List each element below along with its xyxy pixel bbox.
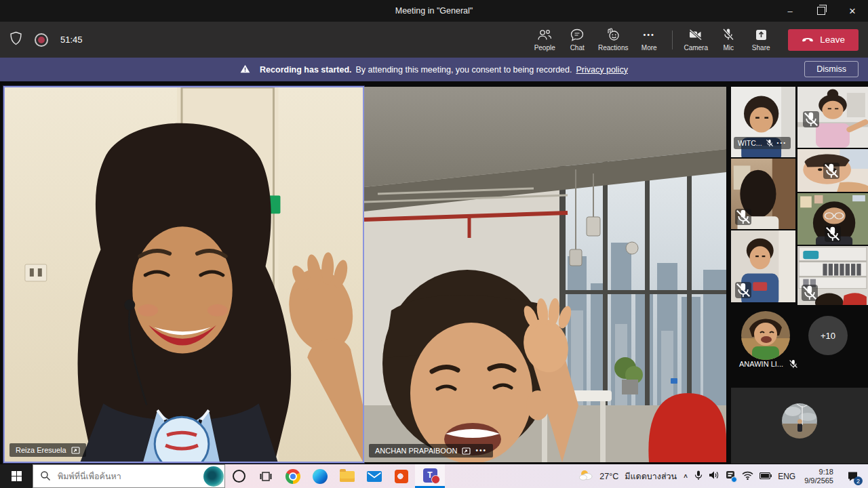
system-tray: 27°C มีแดดบางส่วน ∧ ENG 9:18 9/9/2565 2 [578,464,868,488]
overflow-count: +10 [821,331,835,341]
people-button[interactable]: People [528,23,561,57]
participant-thumbnail-2[interactable] [797,87,868,148]
teams-taskbar-button[interactable]: T [415,464,445,488]
video-tile-reiza[interactable]: Reiza Eresuela [3,86,364,463]
tile-more-icon[interactable]: ••• [475,448,487,453]
mic-off-chip [803,111,819,127]
camera-button[interactable]: Camera [679,23,712,57]
self-avatar [782,403,817,439]
teams-notification-badge [431,475,440,484]
participant-name: ANCHAN PRAPAIBOON [375,447,457,455]
mic-off-chip [735,209,751,225]
tray-temperature[interactable]: 27°C [599,472,618,481]
taskbar-search[interactable] [33,464,225,488]
chrome-taskbar-button[interactable] [279,464,307,488]
search-input[interactable] [56,471,195,482]
meeting-timer: 51:45 [60,35,83,45]
cortana-button[interactable] [225,464,252,488]
people-label: People [534,44,555,52]
meeting-stage: Reiza Eresuela [0,81,868,464]
mic-off-chip [735,282,751,298]
tray-mic-icon[interactable] [694,470,703,483]
mic-off-icon [735,209,751,225]
chrome-icon [285,469,300,484]
leave-button[interactable]: Leave [788,29,859,51]
hangup-icon [802,35,814,45]
video-tile-anchan[interactable]: ANCHAN PRAPAIBOON ••• [364,87,726,462]
participant-thumbnail-4[interactable] [797,149,868,192]
participant-avatar-anawin[interactable] [741,311,790,360]
tray-wifi-icon[interactable] [742,471,753,482]
participant-name: Reiza Eresuela [16,446,66,454]
mic-off-chip [823,163,840,179]
shield-icon [9,31,22,48]
reactions-button[interactable]: Reactions [593,23,633,57]
start-button[interactable] [0,464,33,488]
window-controls: – ✕ [774,0,868,22]
more-icon: ••• [643,32,655,37]
pinned-video-icon [71,447,80,454]
participant-thumbnail-6[interactable] [731,230,795,302]
thumbnail-name-chip: WITC... ••• [734,137,791,149]
video-feed-anchan [364,87,726,462]
chat-button[interactable]: Chat [561,23,593,57]
people-icon [537,28,552,41]
participant-thumbnail-witc[interactable]: WITC... ••• [731,87,795,157]
avatar-image [741,311,790,360]
tray-clock[interactable]: 9:18 9/9/2565 [802,468,836,485]
task-view-button[interactable] [252,464,279,488]
pinned-video-icon [462,447,471,455]
task-view-icon [260,471,272,482]
avatar-participant-label: ANAWIN LI... [739,359,798,369]
toolbar-divider [672,30,673,49]
thumbnail-more-icon[interactable]: ••• [777,140,787,146]
tray-time: 9:18 [819,468,833,476]
tray-language-indicator[interactable]: ENG [778,472,795,481]
mic-off-icon [823,163,840,179]
tray-chevron-icon[interactable]: ∧ [683,472,688,479]
participant-thumbnail-3[interactable] [731,159,795,229]
minimize-icon: – [787,6,792,16]
chat-label: Chat [570,44,585,52]
share-button[interactable]: Share [745,23,777,57]
close-button[interactable]: ✕ [837,0,868,22]
avatar-image [782,403,817,439]
banner-title: Recording has started. [260,65,351,75]
tray-weather-text[interactable]: มีแดดบางส่วน [625,470,677,483]
weather-icon[interactable] [578,469,593,483]
search-highlight-icon[interactable] [203,466,224,487]
tray-teams-icon[interactable] [726,470,736,482]
privacy-policy-link[interactable]: Privacy policy [576,65,627,75]
title-bar: Meeting in "General" – ✕ [0,0,868,22]
participant-name: ANAWIN LI... [739,360,783,368]
mic-label: Mic [723,44,734,52]
participant-name-chip: ANCHAN PRAPAIBOON ••• [369,444,493,458]
dismiss-button[interactable]: Dismiss [804,61,859,77]
office-button[interactable] [388,464,415,488]
tray-battery-icon[interactable] [760,472,772,481]
more-button[interactable]: ••• More [633,23,665,57]
mail-button[interactable] [361,464,388,488]
search-icon [40,470,51,484]
participant-name-chip: Reiza Eresuela [9,443,86,457]
windows-logo-icon [12,471,22,481]
mic-off-icon [803,111,819,127]
video-feed-reiza [5,87,363,462]
participant-thumbnail-5[interactable] [797,193,868,245]
minimize-button[interactable]: – [774,0,806,22]
chat-icon [570,28,584,41]
window-title: Meeting in "General" [0,0,868,22]
participant-name: WITC... [738,139,762,147]
meeting-toolbar: 51:45 People Chat Reactions ••• More [0,22,868,58]
action-center-button[interactable]: 2 [842,464,863,488]
edge-taskbar-button[interactable] [307,464,334,488]
share-label: Share [752,44,770,52]
file-explorer-button[interactable] [334,464,361,488]
restore-button[interactable] [806,0,837,22]
participant-thumbnail-7[interactable] [797,246,868,305]
mic-button[interactable]: Mic [712,23,745,57]
recording-indicator-icon [35,33,48,47]
cortana-icon [233,470,245,483]
self-video-tile[interactable] [731,388,868,464]
tray-volume-icon[interactable] [709,470,719,482]
